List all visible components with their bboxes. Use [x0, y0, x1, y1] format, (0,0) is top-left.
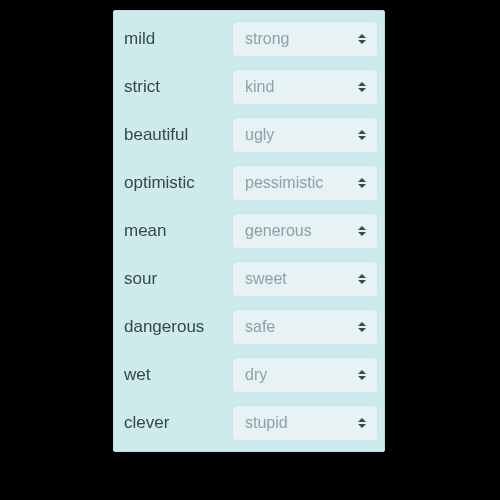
chevron-updown-icon	[357, 272, 367, 286]
word-label: wet	[120, 365, 232, 385]
word-label: beautiful	[120, 125, 232, 145]
pair-row: beautiful ugly	[120, 111, 378, 159]
pair-row: mean generous	[120, 207, 378, 255]
word-label: optimistic	[120, 173, 232, 193]
answer-select[interactable]: generous	[232, 213, 378, 249]
chevron-updown-icon	[357, 80, 367, 94]
answer-value: dry	[245, 366, 267, 384]
answer-value: stupid	[245, 414, 288, 432]
pair-row: mild strong	[120, 15, 378, 63]
answer-select[interactable]: safe	[232, 309, 378, 345]
answer-value: sweet	[245, 270, 287, 288]
answer-select[interactable]: dry	[232, 357, 378, 393]
chevron-updown-icon	[357, 128, 367, 142]
chevron-updown-icon	[357, 224, 367, 238]
chevron-updown-icon	[357, 368, 367, 382]
pair-row: sour sweet	[120, 255, 378, 303]
word-label: clever	[120, 413, 232, 433]
word-label: sour	[120, 269, 232, 289]
word-label: mean	[120, 221, 232, 241]
answer-select[interactable]: pessimistic	[232, 165, 378, 201]
answer-select[interactable]: strong	[232, 21, 378, 57]
pair-row: dangerous safe	[120, 303, 378, 351]
antonym-panel: mild strong strict kind beautiful ugly o…	[113, 10, 385, 452]
word-label: mild	[120, 29, 232, 49]
pair-row: wet dry	[120, 351, 378, 399]
answer-value: safe	[245, 318, 275, 336]
word-label: strict	[120, 77, 232, 97]
answer-value: kind	[245, 78, 274, 96]
answer-value: ugly	[245, 126, 274, 144]
answer-select[interactable]: stupid	[232, 405, 378, 441]
answer-value: strong	[245, 30, 289, 48]
pair-row: clever stupid	[120, 399, 378, 447]
answer-select[interactable]: kind	[232, 69, 378, 105]
word-label: dangerous	[120, 317, 232, 337]
chevron-updown-icon	[357, 32, 367, 46]
answer-value: pessimistic	[245, 174, 323, 192]
pair-row: strict kind	[120, 63, 378, 111]
pair-row: optimistic pessimistic	[120, 159, 378, 207]
chevron-updown-icon	[357, 416, 367, 430]
chevron-updown-icon	[357, 320, 367, 334]
answer-select[interactable]: sweet	[232, 261, 378, 297]
answer-select[interactable]: ugly	[232, 117, 378, 153]
chevron-updown-icon	[357, 176, 367, 190]
answer-value: generous	[245, 222, 312, 240]
